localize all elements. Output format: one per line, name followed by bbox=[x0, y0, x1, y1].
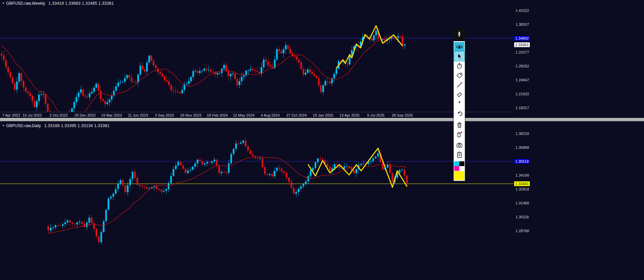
color-swatch-magenta[interactable] bbox=[454, 166, 459, 171]
price-axis-label: 1.18317 bbox=[516, 105, 529, 110]
moving-average-line bbox=[48, 157, 407, 233]
pen-nib-icon bbox=[456, 31, 463, 38]
trash-tool[interactable] bbox=[454, 120, 464, 129]
time-axis[interactable]: 7 Apr 202210 Jul 20222 Oct 202225 Dec 20… bbox=[0, 112, 514, 118]
price-axis-label: 1.32818 bbox=[516, 187, 529, 192]
date-axis-label: 4 Aug 2024 bbox=[261, 113, 280, 117]
price-axis-label: 1.31468 bbox=[516, 201, 529, 205]
weekly-chart-panel: ▼GBPUSD.raw,Weekly1.33419 1.33663 1.3248… bbox=[0, 0, 644, 118]
pencil-line-icon bbox=[456, 81, 463, 88]
price-axis-label: 1.41522 bbox=[516, 8, 529, 13]
color-swatch-yellow[interactable] bbox=[454, 171, 464, 180]
undo-arrow-icon bbox=[456, 110, 463, 117]
date-axis-label: 13 Apr 2025 bbox=[339, 113, 359, 117]
eraser-icon bbox=[456, 91, 463, 98]
tag-icon bbox=[456, 72, 463, 79]
pen-tool[interactable] bbox=[454, 28, 465, 40]
daily-chart-panel: ▼GBPUSD.raw,Daily1.33168 1.33395 1.33134… bbox=[0, 121, 644, 280]
undo-tool[interactable] bbox=[454, 108, 464, 118]
trash-icon bbox=[456, 121, 463, 128]
weekly-chart[interactable] bbox=[0, 0, 514, 112]
color-swatch-black[interactable] bbox=[459, 161, 464, 166]
date-axis-label: 10 Jul 2022 bbox=[23, 113, 42, 117]
price-axis-label: 1.38218 bbox=[516, 131, 529, 136]
trendline-pencil-tool[interactable] bbox=[454, 80, 464, 89]
date-axis-label: 6 Jul 2025 bbox=[367, 113, 385, 117]
price-axis-label: 1.28768 bbox=[516, 228, 529, 233]
price-axis-label: 1.31577 bbox=[516, 50, 529, 55]
delete-all-tool[interactable] bbox=[454, 129, 464, 139]
color-swatch-cyan[interactable] bbox=[454, 161, 459, 166]
eye-icon bbox=[456, 43, 463, 51]
stopwatch-icon bbox=[456, 62, 463, 69]
price-axis-label: 1.38207 bbox=[516, 22, 529, 27]
clipboard-tool[interactable] bbox=[454, 150, 464, 159]
weekly-chart-header: ▼GBPUSD.raw,Weekly1.33419 1.33663 1.3248… bbox=[2, 1, 114, 6]
eye-tool[interactable] bbox=[454, 42, 464, 52]
moving-average-line bbox=[2, 38, 405, 112]
current-price-box: 1.33341 bbox=[514, 181, 530, 186]
cursor-arrow-icon bbox=[456, 53, 463, 60]
date-axis-label: 27 Oct 2024 bbox=[286, 113, 307, 117]
date-axis-label: 25 Dec 2022 bbox=[75, 113, 96, 117]
camera-icon bbox=[456, 142, 463, 149]
color-swatch-white[interactable] bbox=[459, 166, 464, 171]
chevron-down-icon[interactable]: ▼ bbox=[2, 2, 5, 5]
zigzag-indicator[interactable] bbox=[337, 26, 403, 68]
dot-tool[interactable] bbox=[454, 99, 464, 105]
date-axis-label: 19 Mar 2023 bbox=[101, 113, 122, 117]
date-axis-label: 28 Sep 2025 bbox=[392, 113, 413, 117]
date-axis-label: 7 Apr 2022 bbox=[2, 113, 20, 117]
current-price-box: 1.33361 bbox=[514, 42, 530, 47]
camera-tool[interactable] bbox=[454, 140, 464, 150]
chevron-down-icon[interactable]: ▼ bbox=[2, 124, 5, 127]
daily-chart[interactable] bbox=[0, 121, 514, 280]
price-axis-label: 1.28262 bbox=[516, 64, 529, 68]
date-axis-label: 12 May 2024 bbox=[233, 113, 255, 117]
date-axis-label: 11 Jun 2023 bbox=[128, 113, 148, 117]
date-axis-label: 26 Nov 2023 bbox=[180, 113, 201, 117]
price-axis-label: 1.21632 bbox=[516, 92, 529, 96]
daily-chart-header: ▼GBPUSD.raw,Daily1.33168 1.33395 1.33134… bbox=[2, 123, 109, 128]
clipboard-icon bbox=[456, 151, 463, 158]
hline-price-box: 1.34892 bbox=[514, 36, 530, 41]
trading-app-window: ▼GBPUSD.raw,Weekly1.33419 1.33663 1.3248… bbox=[0, 0, 644, 280]
delete-all-icon bbox=[456, 131, 463, 138]
tag-tool[interactable] bbox=[454, 71, 464, 80]
stopwatch-tool[interactable] bbox=[454, 61, 464, 71]
color-swatch-grid bbox=[454, 161, 464, 171]
ohlc-values: 1.33168 1.33395 1.33134 1.33361 bbox=[44, 123, 110, 128]
date-axis-label: 3 Sep 2023 bbox=[155, 113, 174, 117]
price-axis-label: 1.34168 bbox=[516, 173, 529, 178]
price-axis-label: 1.30118 bbox=[516, 215, 529, 219]
drawing-toolbar bbox=[454, 28, 465, 181]
symbol-timeframe-label: GBPUSD.raw,Daily bbox=[6, 123, 41, 128]
hline-price-box: 1.35518 bbox=[514, 159, 530, 164]
symbol-timeframe-label: GBPUSD.raw,Weekly bbox=[6, 1, 45, 6]
cursor-tool[interactable] bbox=[454, 52, 464, 61]
date-axis-label: 18 Feb 2024 bbox=[207, 113, 228, 117]
dot-icon bbox=[456, 99, 463, 106]
date-axis-label: 2 Oct 2022 bbox=[49, 113, 68, 117]
ohlc-values: 1.33419 1.33663 1.32485 1.33361 bbox=[48, 1, 114, 6]
date-axis-label: 19 Jan 2025 bbox=[313, 113, 334, 117]
panel-separator[interactable] bbox=[0, 118, 644, 121]
eraser-tool[interactable] bbox=[454, 89, 464, 99]
price-axis-label: 1.36868 bbox=[516, 145, 529, 150]
price-axis-label: 1.24947 bbox=[516, 78, 529, 82]
tools-panel bbox=[454, 41, 465, 181]
